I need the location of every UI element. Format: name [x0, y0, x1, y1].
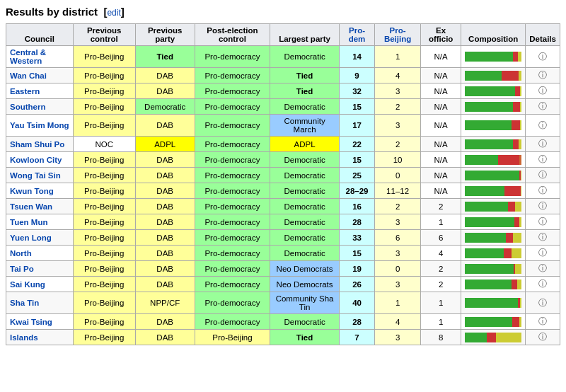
pro-dem-count: 7: [339, 330, 374, 345]
prev-party: DAB: [135, 261, 195, 277]
pro-dem-count: 15: [339, 99, 374, 115]
pro-dem-count: 33: [339, 230, 374, 246]
details-cell[interactable]: ⓘ: [526, 68, 560, 83]
ex-officio-count: 2: [421, 261, 461, 277]
council-name[interactable]: Kwun Tong: [6, 183, 74, 199]
council-name[interactable]: Central & Western: [6, 46, 74, 68]
pro-beijing-count: 1: [375, 46, 421, 68]
prev-control: Pro-Beijing: [73, 292, 135, 314]
details-cell[interactable]: ⓘ: [526, 83, 560, 99]
council-name[interactable]: Sham Shui Po: [6, 137, 74, 152]
largest-party: Tied: [270, 330, 340, 345]
prev-party: DAB: [135, 199, 195, 214]
prev-control: Pro-Beijing: [73, 115, 135, 137]
council-name[interactable]: Kwai Tsing: [6, 314, 74, 330]
composition-bar-cell: [461, 152, 526, 168]
ex-officio-count: 6: [421, 230, 461, 246]
composition-bar-cell: [461, 46, 526, 68]
prev-party: DAB: [135, 230, 195, 246]
details-cell[interactable]: ⓘ: [526, 99, 560, 115]
composition-bar-cell: [461, 83, 526, 99]
pro-dem-count: 14: [339, 46, 374, 68]
details-cell[interactable]: ⓘ: [526, 199, 560, 214]
prev-control: Pro-Beijing: [73, 199, 135, 214]
council-name[interactable]: Tai Po: [6, 261, 74, 277]
col-header-details: Details: [526, 24, 560, 46]
ex-officio-count: N/A: [421, 137, 461, 152]
council-name[interactable]: Yau Tsim Mong: [6, 115, 74, 137]
prev-control: Pro-Beijing: [73, 214, 135, 230]
ex-officio-count: N/A: [421, 183, 461, 199]
ex-officio-count: N/A: [421, 99, 461, 115]
details-cell[interactable]: ⓘ: [526, 314, 560, 330]
pro-dem-count: 28: [339, 214, 374, 230]
council-name[interactable]: Yuen Long: [6, 230, 74, 246]
pro-beijing-count: 2: [375, 137, 421, 152]
council-name[interactable]: North: [6, 246, 74, 261]
prev-party: DAB: [135, 314, 195, 330]
ex-officio-count: 1: [421, 292, 461, 314]
prev-control: Pro-Beijing: [73, 230, 135, 246]
council-name[interactable]: Sha Tin: [6, 292, 74, 314]
details-cell[interactable]: ⓘ: [526, 46, 560, 68]
ex-officio-count: 4: [421, 246, 461, 261]
council-name[interactable]: Sai Kung: [6, 277, 74, 292]
details-cell[interactable]: ⓘ: [526, 330, 560, 345]
details-cell[interactable]: ⓘ: [526, 246, 560, 261]
pro-dem-count: 22: [339, 137, 374, 152]
pro-beijing-count: 6: [375, 230, 421, 246]
details-cell[interactable]: ⓘ: [526, 152, 560, 168]
council-name[interactable]: Eastern: [6, 83, 74, 99]
council-name[interactable]: Kowloon City: [6, 152, 74, 168]
council-name[interactable]: Islands: [6, 330, 74, 345]
pro-beijing-count: 10: [375, 152, 421, 168]
council-name[interactable]: Wan Chai: [6, 68, 74, 83]
details-cell[interactable]: ⓘ: [526, 292, 560, 314]
page-title: Results by district [edit]: [6, 6, 560, 18]
post-control: Pro-democracy: [195, 115, 270, 137]
col-header-post-control: Post-election control: [195, 24, 270, 46]
post-control: Pro-democracy: [195, 68, 270, 83]
prev-party: DAB: [135, 68, 195, 83]
prev-control: Pro-Beijing: [73, 168, 135, 183]
composition-bar-cell: [461, 183, 526, 199]
details-cell[interactable]: ⓘ: [526, 137, 560, 152]
composition-bar-cell: [461, 246, 526, 261]
largest-party: Democratic: [270, 214, 340, 230]
edit-link[interactable]: edit: [107, 8, 120, 18]
ex-officio-count: N/A: [421, 152, 461, 168]
results-table: Council Previous control Previous party …: [6, 23, 560, 345]
details-cell[interactable]: ⓘ: [526, 115, 560, 137]
pro-beijing-count: 3: [375, 330, 421, 345]
ex-officio-count: 1: [421, 214, 461, 230]
composition-bar-cell: [461, 230, 526, 246]
ex-officio-count: N/A: [421, 46, 461, 68]
details-cell[interactable]: ⓘ: [526, 230, 560, 246]
pro-beijing-count: 0: [375, 261, 421, 277]
details-cell[interactable]: ⓘ: [526, 261, 560, 277]
ex-officio-count: 1: [421, 314, 461, 330]
pro-beijing-count: 4: [375, 68, 421, 83]
details-cell[interactable]: ⓘ: [526, 168, 560, 183]
council-name[interactable]: Tsuen Wan: [6, 199, 74, 214]
ex-officio-count: 8: [421, 330, 461, 345]
council-name[interactable]: Southern: [6, 99, 74, 115]
details-cell[interactable]: ⓘ: [526, 277, 560, 292]
council-name[interactable]: Wong Tai Sin: [6, 168, 74, 183]
composition-bar-cell: [461, 99, 526, 115]
composition-bar-cell: [461, 261, 526, 277]
largest-party: Democratic: [270, 199, 340, 214]
col-header-prev-control: Previous control: [73, 24, 135, 46]
pro-beijing-count: 3: [375, 277, 421, 292]
pro-beijing-count: 0: [375, 168, 421, 183]
largest-party: ADPL: [270, 137, 340, 152]
composition-bar-cell: [461, 292, 526, 314]
prev-control: NOC: [73, 137, 135, 152]
largest-party: Democratic: [270, 152, 340, 168]
composition-bar-cell: [461, 277, 526, 292]
council-name[interactable]: Tuen Mun: [6, 214, 74, 230]
details-cell[interactable]: ⓘ: [526, 183, 560, 199]
pro-dem-count: 15: [339, 246, 374, 261]
largest-party: Democratic: [270, 246, 340, 261]
details-cell[interactable]: ⓘ: [526, 214, 560, 230]
